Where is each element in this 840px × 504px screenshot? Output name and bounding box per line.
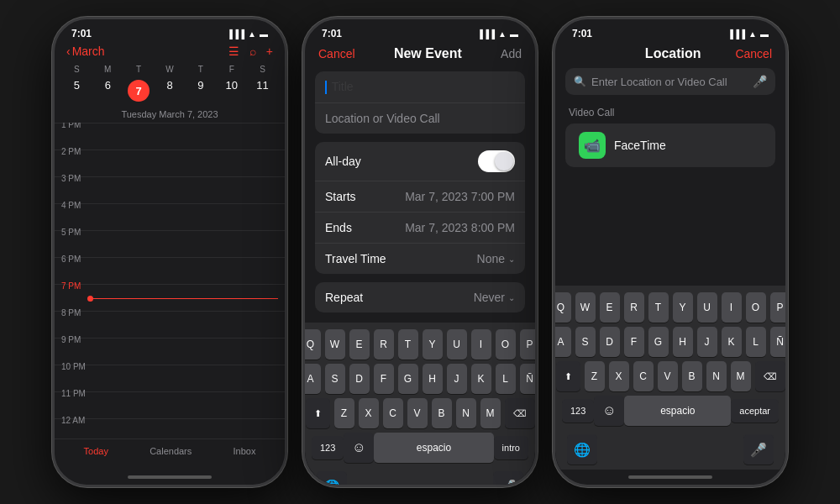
key-r-3[interactable]: R bbox=[624, 292, 644, 323]
key-j-3[interactable]: J bbox=[697, 327, 717, 357]
key-globe-3[interactable]: 🌐 bbox=[567, 434, 597, 465]
key-emoji[interactable]: ☺ bbox=[344, 433, 374, 463]
key-i[interactable]: I bbox=[471, 329, 491, 360]
key-d-3[interactable]: D bbox=[600, 327, 620, 357]
key-h[interactable]: H bbox=[423, 364, 443, 394]
key-m-3[interactable]: M bbox=[731, 361, 751, 391]
tab-today[interactable]: Today bbox=[84, 446, 108, 456]
key-x[interactable]: X bbox=[359, 398, 379, 428]
key-n-3[interactable]: N bbox=[706, 361, 727, 391]
cancel-button-2[interactable]: Cancel bbox=[318, 47, 355, 60]
search-icon[interactable]: ⌕ bbox=[249, 45, 256, 58]
facetime-option[interactable]: 📹 FaceTime bbox=[565, 123, 775, 167]
key-x-3[interactable]: X bbox=[609, 361, 629, 391]
key-emoji-3[interactable]: ☺ bbox=[594, 396, 624, 426]
key-k-3[interactable]: K bbox=[722, 327, 742, 357]
key-f[interactable]: F bbox=[374, 364, 394, 394]
key-j[interactable]: J bbox=[447, 364, 467, 394]
date-8[interactable]: 8 bbox=[155, 76, 186, 106]
key-l-3[interactable]: L bbox=[746, 327, 766, 357]
list-icon[interactable]: ☰ bbox=[228, 45, 239, 58]
all-day-row[interactable]: All-day bbox=[315, 142, 525, 181]
key-a-3[interactable]: A bbox=[555, 327, 571, 357]
key-z[interactable]: Z bbox=[334, 398, 354, 428]
key-d[interactable]: D bbox=[349, 364, 370, 394]
key-v[interactable]: V bbox=[407, 398, 428, 428]
key-123[interactable]: 123 bbox=[312, 436, 344, 459]
key-a[interactable]: A bbox=[305, 364, 321, 394]
status-icons-2: ▐▐▐ ▲ ▬ bbox=[477, 29, 518, 39]
key-w-3[interactable]: W bbox=[575, 292, 596, 323]
key-g[interactable]: G bbox=[398, 364, 418, 394]
key-q[interactable]: Q bbox=[305, 329, 321, 360]
key-return-3[interactable]: aceptar bbox=[731, 399, 779, 423]
key-s-3[interactable]: S bbox=[575, 327, 596, 357]
mic-icon-3[interactable]: 🎤 bbox=[753, 75, 767, 88]
key-mic-3[interactable]: 🎤 bbox=[743, 434, 774, 465]
key-e[interactable]: E bbox=[349, 329, 370, 360]
travel-row[interactable]: Travel Time None ⌄ bbox=[315, 244, 525, 274]
key-backspace[interactable]: ⌫ bbox=[505, 398, 535, 428]
key-f-3[interactable]: F bbox=[624, 327, 644, 357]
key-m[interactable]: M bbox=[480, 398, 501, 428]
key-l[interactable]: L bbox=[496, 364, 516, 394]
key-h-3[interactable]: H bbox=[673, 327, 693, 357]
key-y-3[interactable]: Y bbox=[673, 292, 693, 323]
key-c[interactable]: C bbox=[383, 398, 403, 428]
key-globe[interactable]: 🌐 bbox=[317, 471, 347, 485]
key-123-3[interactable]: 123 bbox=[562, 399, 594, 423]
all-day-toggle[interactable] bbox=[478, 150, 515, 172]
key-mic[interactable]: 🎤 bbox=[493, 471, 523, 485]
key-c-3[interactable]: C bbox=[633, 361, 654, 391]
key-v-3[interactable]: V bbox=[658, 361, 678, 391]
key-shift-3[interactable]: ⬆ bbox=[556, 361, 580, 391]
key-space-3[interactable]: espacio bbox=[624, 396, 731, 426]
date-7-container[interactable]: 7 bbox=[123, 76, 155, 106]
starts-row[interactable]: Starts Mar 7, 2023 7:00 PM bbox=[315, 181, 525, 213]
key-p[interactable]: P bbox=[520, 329, 536, 360]
date-9[interactable]: 9 bbox=[185, 76, 216, 106]
key-p-3[interactable]: P bbox=[770, 292, 786, 323]
key-o-3[interactable]: O bbox=[746, 292, 766, 323]
key-n[interactable]: N bbox=[456, 398, 476, 428]
date-10[interactable]: 10 bbox=[216, 76, 247, 106]
key-o[interactable]: O bbox=[496, 329, 516, 360]
key-g-3[interactable]: G bbox=[648, 327, 669, 357]
key-b[interactable]: B bbox=[432, 398, 452, 428]
key-n-tilde-3[interactable]: Ñ bbox=[770, 327, 786, 357]
key-r[interactable]: R bbox=[374, 329, 394, 360]
date-6[interactable]: 6 bbox=[92, 76, 123, 106]
repeat-row[interactable]: Repeat Never ⌄ bbox=[315, 282, 525, 312]
key-k[interactable]: K bbox=[471, 364, 491, 394]
key-t-3[interactable]: T bbox=[648, 292, 669, 323]
cancel-button-3[interactable]: Cancel bbox=[735, 47, 772, 60]
key-t[interactable]: T bbox=[398, 329, 418, 360]
key-u[interactable]: U bbox=[447, 329, 467, 360]
date-5[interactable]: 5 bbox=[61, 76, 92, 106]
key-shift[interactable]: ⬆ bbox=[306, 398, 330, 428]
key-w[interactable]: W bbox=[325, 329, 345, 360]
back-button[interactable]: ‹ March bbox=[66, 45, 105, 58]
date-11[interactable]: 11 bbox=[247, 76, 278, 106]
add-button[interactable]: Add bbox=[501, 47, 522, 60]
location-input[interactable]: Location or Video Call bbox=[315, 103, 525, 134]
key-s[interactable]: S bbox=[325, 364, 345, 394]
tab-inbox[interactable]: Inbox bbox=[233, 446, 255, 456]
title-input[interactable]: Title bbox=[315, 71, 525, 103]
calendar-timeline[interactable]: 1 PM 2 PM 3 PM 4 PM 5 PM 6 PM 7 PM bbox=[55, 123, 285, 438]
add-icon[interactable]: + bbox=[266, 45, 273, 58]
key-return[interactable]: intro bbox=[494, 436, 528, 459]
key-q-3[interactable]: Q bbox=[555, 292, 571, 323]
key-backspace-3[interactable]: ⌫ bbox=[755, 361, 785, 391]
key-space[interactable]: espacio bbox=[374, 433, 493, 463]
location-search[interactable]: 🔍 Enter Location or Video Call 🎤 bbox=[565, 68, 775, 95]
key-y[interactable]: Y bbox=[423, 329, 443, 360]
key-n-tilde[interactable]: Ñ bbox=[520, 364, 536, 394]
ends-row[interactable]: Ends Mar 7, 2023 8:00 PM bbox=[315, 213, 525, 244]
tab-calendars[interactable]: Calendars bbox=[150, 446, 192, 456]
key-i-3[interactable]: I bbox=[722, 292, 742, 323]
key-z-3[interactable]: Z bbox=[585, 361, 605, 391]
key-e-3[interactable]: E bbox=[600, 292, 620, 323]
key-b-3[interactable]: B bbox=[682, 361, 702, 391]
key-u-3[interactable]: U bbox=[697, 292, 717, 323]
